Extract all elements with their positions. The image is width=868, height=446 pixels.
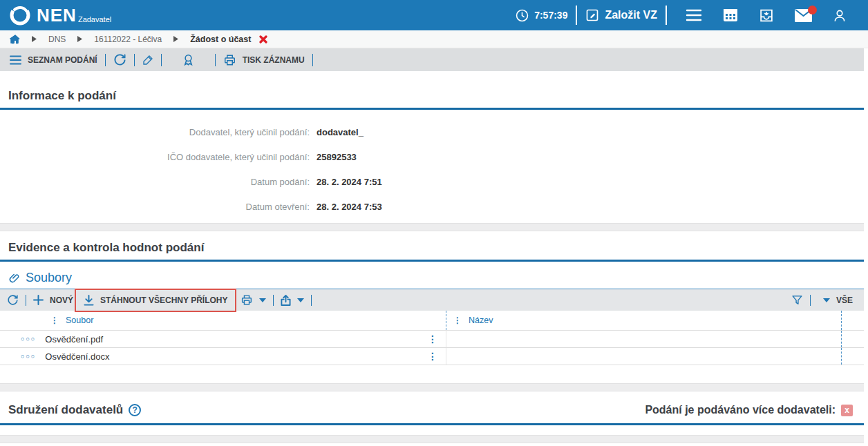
section-divider xyxy=(0,435,864,443)
association-header: Sdružení dodavatelů ? Podání je podáváno… xyxy=(0,391,864,423)
files-print-button[interactable] xyxy=(240,294,266,306)
edit-square-icon xyxy=(585,8,599,22)
divider xyxy=(134,54,135,66)
vertical-dots-icon[interactable]: ⋮ xyxy=(453,316,462,324)
caret-down-icon xyxy=(259,298,266,302)
user-icon xyxy=(833,8,847,23)
section-divider xyxy=(0,383,864,391)
plus-icon xyxy=(33,295,44,305)
filter-preset-select[interactable]: VŠE xyxy=(823,295,853,305)
funnel-icon[interactable] xyxy=(791,294,803,306)
files-toolbar: NOVÝ STÁHNOUT VŠECHNY PŘÍLOHY xyxy=(0,289,864,311)
attachment-icon xyxy=(8,272,21,284)
section-rule xyxy=(0,260,864,262)
record-circles-icon[interactable]: ○○○ xyxy=(21,353,36,360)
files-export-button[interactable] xyxy=(281,294,304,306)
column-header-soubor[interactable]: ⋮ Soubor xyxy=(0,311,446,330)
row-menu-icon[interactable]: ⋮ xyxy=(428,351,437,362)
mail-button[interactable] xyxy=(795,9,812,22)
table-row[interactable]: ○○○ Osvědčení.docx ⋮ xyxy=(0,348,864,365)
section-title-info: Informace k podání xyxy=(8,89,116,103)
export-icon xyxy=(281,294,291,306)
field-opening-date: Datum otevření: 28. 2. 2024 7:53 xyxy=(0,202,864,212)
field-ico: IČO dodavatele, který učinil podání: 258… xyxy=(0,152,864,162)
refresh-icon xyxy=(7,294,19,306)
field-value: 25892533 xyxy=(317,152,357,162)
column-header-nazev[interactable]: ⋮ Název xyxy=(446,311,842,330)
edit-button[interactable] xyxy=(142,54,153,66)
divider xyxy=(26,295,26,306)
divider xyxy=(273,295,274,306)
record-toolbar: SEZNAM PODÁNÍ xyxy=(0,48,864,71)
refresh-button[interactable] xyxy=(113,53,126,66)
files-grid-title: Soubory xyxy=(26,271,72,285)
multi-supplier-flag-no[interactable]: x xyxy=(841,405,853,416)
field-label: IČO dodavatele, který učinil podání: xyxy=(0,152,310,162)
user-button[interactable] xyxy=(833,8,847,23)
divider xyxy=(105,54,106,66)
brand-role: Zadavatel xyxy=(78,15,111,23)
field-value: dodavatel_ xyxy=(317,127,364,137)
multi-supplier-label: Podání je podáváno více dodavateli: xyxy=(645,404,836,416)
pencil-icon xyxy=(142,54,153,66)
print-record-button[interactable]: TISK ZÁZNAMU xyxy=(223,54,305,66)
field-supplier: Dodavatel, který učinil podání: dodavate… xyxy=(0,127,864,137)
record-circles-icon[interactable]: ○○○ xyxy=(21,336,36,342)
table-row[interactable]: ○○○ Osvědčení.pdf ⋮ xyxy=(0,331,864,348)
inbox-tray-button[interactable] xyxy=(759,8,774,23)
vertical-dots-icon[interactable]: ⋮ xyxy=(50,316,59,324)
session-clock: 7:57:39 xyxy=(516,9,567,22)
field-label: Datum otevření: xyxy=(0,202,310,212)
breadcrumb: DNS 16112022 - Léčiva Žádost o účast xyxy=(0,30,868,48)
divider xyxy=(215,54,216,66)
field-value: 28. 2. 2024 7:53 xyxy=(317,202,382,212)
field-value: 28. 2. 2024 7:51 xyxy=(317,177,382,187)
home-icon[interactable] xyxy=(10,35,20,44)
printer-icon xyxy=(223,54,236,66)
refresh-icon xyxy=(113,53,126,66)
caret-right-icon xyxy=(77,36,82,42)
app-header: NEN Zadavatel 7:57:39 Založit VZ xyxy=(0,0,868,30)
list-menu-icon xyxy=(10,55,21,65)
clock-icon xyxy=(516,9,529,22)
menu-icon xyxy=(686,8,702,22)
printer-icon xyxy=(240,294,253,306)
breadcrumb-item-dns[interactable]: DNS xyxy=(48,35,66,44)
create-vz-button[interactable]: Založit VZ xyxy=(585,8,657,22)
app-logo[interactable]: NEN Zadavatel xyxy=(8,3,111,27)
files-refresh-button[interactable] xyxy=(7,294,19,306)
session-time: 7:57:39 xyxy=(534,10,567,21)
row-menu-icon[interactable]: ⋮ xyxy=(428,333,437,345)
main-menu-button[interactable] xyxy=(686,8,702,22)
close-icon[interactable] xyxy=(259,35,267,43)
file-name[interactable]: Osvědčení.pdf xyxy=(45,334,103,345)
field-label: Dodavatel, který učinil podání: xyxy=(0,127,310,137)
section-divider xyxy=(0,223,864,231)
file-name[interactable]: Osvědčení.docx xyxy=(45,351,109,362)
section-title-evidence: Evidence a kontrola hodnot podání xyxy=(8,241,204,255)
download-icon xyxy=(84,295,94,306)
unread-badge xyxy=(808,6,817,14)
divider xyxy=(810,295,811,306)
caret-down-icon xyxy=(823,298,830,302)
help-icon[interactable]: ? xyxy=(129,404,141,416)
award-button[interactable] xyxy=(182,53,195,66)
inbox-tray-icon xyxy=(759,8,774,23)
record-list-button[interactable]: SEZNAM PODÁNÍ xyxy=(10,55,97,65)
download-all-attachments-button[interactable]: STÁHNOUT VŠECHNY PŘÍLOHY xyxy=(75,289,236,312)
files-table-header: ⋮ Soubor ⋮ Název xyxy=(0,311,864,331)
divider xyxy=(161,54,162,66)
caret-right-icon xyxy=(173,36,178,42)
section-title-association: Sdružení dodavatelů xyxy=(8,403,123,417)
info-fields: Dodavatel, který učinil podání: dodavate… xyxy=(0,110,864,223)
nen-logo-icon xyxy=(8,3,32,27)
divider xyxy=(576,6,577,25)
new-file-button[interactable]: NOVÝ xyxy=(33,295,73,305)
breadcrumb-item-current: Žádost o účast xyxy=(190,35,251,44)
breadcrumb-item-procedure[interactable]: 16112022 - Léčiva xyxy=(94,35,162,44)
calendar-icon xyxy=(723,8,738,22)
field-submission-date: Datum podání: 28. 2. 2024 7:51 xyxy=(0,177,864,187)
field-label: Datum podání: xyxy=(0,177,310,187)
cell-nazev xyxy=(446,348,842,365)
calendar-button[interactable] xyxy=(723,8,738,22)
